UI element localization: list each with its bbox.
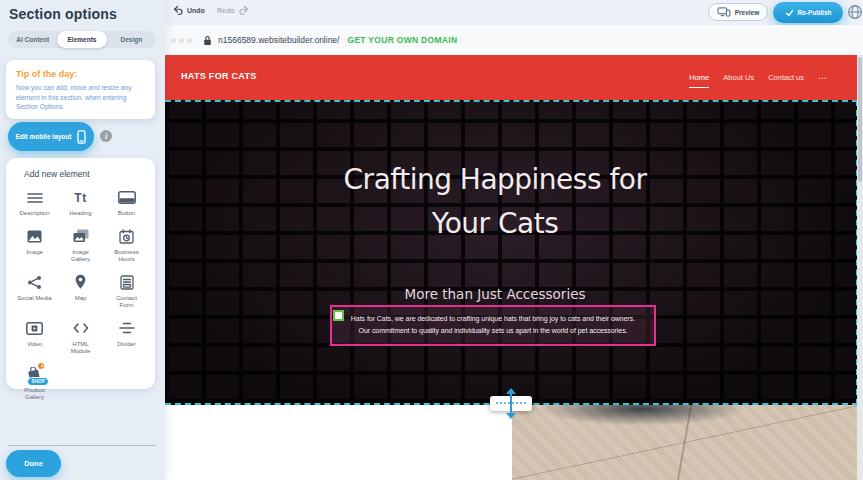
description-icon — [27, 188, 43, 207]
hero-paragraph-line2: Our commitment to quality and individual… — [332, 325, 654, 337]
image-gallery-icon — [73, 227, 89, 246]
hero-subheading[interactable]: More than Just Accessories — [165, 286, 825, 302]
tip-body: Now you can add, move and resize any ele… — [16, 83, 145, 112]
section-options-panel: Section options AI Content Elements Desi… — [0, 0, 165, 480]
element-map[interactable]: Map — [58, 273, 104, 310]
next-section-image[interactable] — [512, 405, 857, 480]
tab-elements[interactable]: Elements — [57, 31, 106, 48]
resize-arrow-up-icon — [506, 383, 516, 394]
site-url[interactable]: n1566589.websitebuilder.online/ — [218, 35, 339, 45]
social-media-icon — [27, 273, 42, 292]
video-icon — [26, 319, 43, 338]
nav-more[interactable]: ⋯ — [818, 67, 827, 89]
hero-paragraph-line1: Hats for Cats, we are dedicated to craft… — [332, 313, 654, 325]
website-builder-editor: Undo Redo Preview — [0, 0, 863, 480]
site-preview: HATS FOR CATS Home About Us Contact us ⋯… — [165, 55, 863, 480]
check-icon — [785, 9, 794, 17]
browser-address-bar: n1566589.websitebuilder.online/ GET YOUR… — [165, 25, 863, 55]
add-element-title: Add new element — [24, 169, 150, 179]
redo-label: Redo — [217, 7, 235, 14]
info-icon[interactable]: i — [100, 130, 112, 142]
selected-text-element[interactable]: Hats for Cats, we are dedicated to craft… — [330, 305, 656, 346]
new-badge — [37, 362, 45, 370]
tip-title: Tip of the day: — [16, 69, 145, 79]
lock-icon — [203, 35, 212, 46]
panel-tabs: AI Content Elements Design — [8, 31, 156, 48]
element-product-gallery[interactable]: SHOP Product Gallery — [12, 365, 58, 402]
element-grid: Description Tt Heading Button Ima — [11, 188, 150, 402]
button-icon — [118, 188, 136, 207]
preview-scrollbar[interactable] — [857, 55, 863, 480]
preview-devices-icon — [717, 7, 731, 17]
element-handle[interactable] — [333, 310, 344, 321]
republish-label: Re-Publish — [798, 9, 832, 16]
element-description[interactable]: Description — [12, 188, 58, 218]
nav-about-us[interactable]: About Us — [723, 67, 754, 88]
element-business-hours[interactable]: Business Hours — [104, 227, 150, 264]
hero-heading[interactable]: Crafting Happiness for Your Cats — [165, 158, 825, 246]
done-button[interactable]: Done — [6, 450, 61, 477]
tip-card: Tip of the day: Now you can add, move an… — [6, 60, 155, 119]
next-section-spacer — [165, 405, 512, 480]
preview-button[interactable]: Preview — [708, 3, 768, 21]
tab-design[interactable]: Design — [107, 31, 156, 48]
tab-ai-content[interactable]: AI Content — [8, 31, 57, 48]
redo-icon — [238, 5, 249, 15]
resize-arrow-down-icon — [506, 413, 516, 424]
redo-button[interactable]: Redo — [217, 5, 249, 15]
site-nav: Home About Us Contact us ⋯ — [689, 55, 827, 100]
site-logo[interactable]: HATS FOR CATS — [181, 71, 257, 81]
shop-badge: SHOP — [27, 377, 49, 386]
image-icon — [27, 227, 42, 246]
nav-contact-us[interactable]: Contact us — [768, 67, 804, 88]
scrollbar-thumb[interactable] — [858, 57, 862, 182]
hero-heading-line2: Your Cats — [165, 202, 825, 246]
contact-form-icon — [120, 273, 134, 292]
element-button[interactable]: Button — [104, 188, 150, 218]
edit-mobile-layout-button[interactable]: Edit mobile layout — [8, 122, 94, 151]
site-header: HATS FOR CATS Home About Us Contact us ⋯ — [165, 55, 857, 100]
mobile-phone-icon — [77, 130, 86, 144]
sidebar-divider — [8, 445, 156, 446]
element-contact-form[interactable]: Contact Form — [104, 273, 150, 310]
hero-section[interactable]: Crafting Happiness for Your Cats More th… — [165, 100, 858, 405]
map-icon — [74, 273, 87, 292]
heading-icon: Tt — [74, 188, 86, 207]
nav-home[interactable]: Home — [689, 67, 709, 88]
product-gallery-icon: SHOP — [27, 365, 42, 384]
section-resize-handle[interactable] — [490, 396, 532, 411]
element-image-gallery[interactable]: Image Gallery — [58, 227, 104, 264]
add-element-panel: Add new element Description Tt Heading — [6, 158, 155, 389]
undo-icon — [173, 5, 184, 15]
preview-label: Preview — [735, 9, 760, 16]
panel-title: Section options — [9, 6, 117, 22]
republish-button[interactable]: Re-Publish — [773, 2, 843, 23]
undo-label: Undo — [187, 7, 205, 14]
element-video[interactable]: Video — [12, 319, 58, 356]
editor-topbar: Undo Redo Preview — [165, 0, 863, 25]
get-domain-link[interactable]: GET YOUR OWN DOMAIN — [347, 35, 457, 45]
business-hours-icon — [119, 227, 134, 246]
hero-heading-line1: Crafting Happiness for — [165, 158, 825, 202]
element-heading[interactable]: Tt Heading — [58, 188, 104, 218]
divider-icon — [119, 319, 135, 338]
globe-icon — [847, 4, 863, 20]
undo-button[interactable]: Undo — [173, 5, 205, 15]
element-social-media[interactable]: Social Media — [12, 273, 58, 310]
window-dots — [171, 38, 192, 43]
html-module-icon — [73, 319, 89, 338]
element-image[interactable]: Image — [12, 227, 58, 264]
edit-mobile-label: Edit mobile layout — [16, 133, 72, 140]
element-html-module[interactable]: HTML Module — [58, 319, 104, 356]
element-divider[interactable]: Divider — [104, 319, 150, 356]
language-globe-button[interactable] — [847, 4, 863, 20]
